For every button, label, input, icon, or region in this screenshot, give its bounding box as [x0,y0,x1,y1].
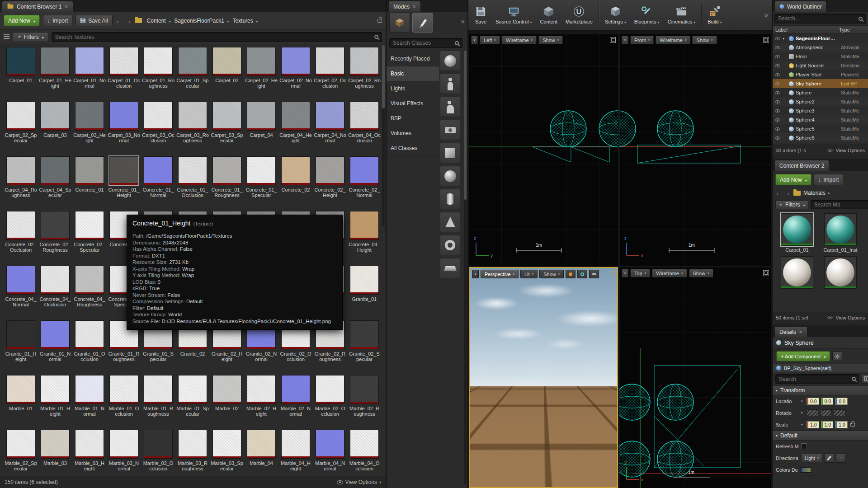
cb2-filters-button[interactable]: Filters [775,200,808,209]
cb2-nav-back-icon[interactable] [775,189,782,197]
toolbar-overflow-icon[interactable] [764,11,768,19]
details-search-input[interactable] [779,376,849,382]
asset-tile[interactable]: Granite_02_Specular [347,319,382,374]
sources-panel-toggle-icon[interactable] [4,34,9,39]
toolbar-button-save[interactable]: Save [472,4,490,25]
modes-category-all-classes[interactable]: All Classes [387,141,439,156]
toolbar-button-content[interactable]: Content [538,4,560,25]
asset-tile[interactable]: Marble_04_Normal [313,429,347,476]
filters-button[interactable]: Filters [13,32,48,42]
search-classes-input[interactable] [393,40,452,46]
modes-category-bsp[interactable]: BSP [387,111,439,126]
visibility-eye-icon[interactable] [775,64,780,67]
asset-tile[interactable]: Marble_03_Normal [107,429,141,476]
asset-tile[interactable]: Carpet_01_Roughness [141,46,175,101]
breadcrumb-expand-icon[interactable] [256,18,259,24]
asset-tile[interactable]: Carpet_02 [210,46,244,101]
asset-tile[interactable]: Marble_04_Occlusion [347,429,382,476]
asset-tile[interactable]: Carpet_01_Specular [175,46,210,101]
tab-world-outliner[interactable]: World Outliner [774,1,826,12]
asset-tile[interactable]: Marble_01_Occlusion [107,374,141,429]
asset-tile[interactable]: Concrete_02_Roughness [38,210,72,265]
asset-tile[interactable]: Concrete_02_Height [313,155,347,210]
visibility-eye-icon[interactable] [775,136,780,139]
asset-tile[interactable]: Carpet_04_Height [278,101,313,155]
visibility-eye-icon[interactable] [775,82,780,85]
search-input[interactable] [55,34,372,40]
add-component-button[interactable]: + Add Component [776,351,830,361]
asset-tile[interactable]: Concrete_04_Height [347,210,382,265]
cb2-asset-tile[interactable] [821,256,860,290]
viewport-mode-button[interactable]: Perspective [481,270,519,278]
maximize-viewport-icon[interactable] [763,270,769,276]
asset-tile[interactable]: Carpet_03_Normal [107,101,141,155]
outliner-row-sphere3[interactable]: Sphere3StaticMe [773,106,868,115]
asset-tile[interactable]: Marble_02_Specular [4,429,38,476]
nav-back-icon[interactable] [116,17,122,24]
asset-tile[interactable]: Marble_04 [244,429,278,476]
asset-tile[interactable]: Carpet_02_Roughness [347,46,382,101]
visibility-eye-icon[interactable] [775,100,780,103]
viewport-perspective[interactable]: Perspective Lit Show Level: SageonisFloo… [469,267,618,488]
asset-tile[interactable]: Carpet_01_Height [38,46,72,101]
asset-tile[interactable]: Marble_03_Roughness [175,429,210,476]
maximize-viewport-icon[interactable] [610,37,616,43]
placeable-item-sphere[interactable] [440,51,460,71]
asset-tile[interactable]: Concrete_02 [278,155,313,210]
close-icon[interactable] [412,4,416,9]
eyedropper-button[interactable] [824,453,834,463]
placeable-item-ball[interactable] [440,166,460,186]
asset-tile[interactable]: Concrete_01_Occlusion [175,155,210,210]
tab-details[interactable]: Details [774,326,807,337]
rotation-z-field[interactable] [834,409,845,416]
asset-tile[interactable]: Carpet_04 [244,101,278,155]
visibility-eye-icon[interactable] [775,118,780,121]
viewport-options-icon[interactable] [471,36,478,44]
import-button[interactable]: ↓Import [43,15,73,26]
asset-tile[interactable]: Carpet_04_Occlusion [347,101,382,155]
visibility-eye-icon[interactable] [775,127,780,130]
asset-tile[interactable]: Marble_01_Specular [175,374,210,429]
asset-tile[interactable]: Carpet_03_Specular [210,101,244,155]
toolbar-button-build[interactable]: Build ▾ [705,4,724,25]
breadcrumb-pack[interactable]: SageonisFloorPack1 [174,18,224,24]
visibility-eye-icon[interactable] [775,73,780,76]
visibility-eye-icon[interactable] [775,91,780,94]
asset-tile[interactable]: Marble_04_Height [278,429,313,476]
asset-tile[interactable]: Granite_01_Height [4,319,38,374]
asset-tile[interactable]: Carpet_04_Normal [313,101,347,155]
asset-tile[interactable]: Granite_01_Normal [38,319,72,374]
visibility-eye-icon[interactable] [775,46,780,49]
outliner-row-sphere6[interactable]: Sphere6StaticMe [773,133,868,142]
view-options-button[interactable]: View Options [337,479,382,485]
asset-tile[interactable]: Concrete_04_Roughness [72,265,107,319]
asset-tile[interactable]: Carpet_01_Normal [72,46,107,101]
viewport-shading-button[interactable]: Lit [520,270,538,278]
cb2-import-button[interactable]: ↓Import [814,174,844,185]
asset-tile[interactable]: Concrete_01 [72,155,107,210]
toolbar-button-cinematics[interactable]: Cinematics ▾ [665,4,698,25]
place-mode-button[interactable] [389,13,410,33]
viewport-shading-button[interactable]: Wireframe [656,36,690,44]
camera-speed-icon[interactable] [589,270,599,278]
rotation-y-field[interactable] [820,409,832,416]
grid-scrollbar[interactable] [382,45,385,226]
asset-tile[interactable]: Concrete_02_Normal [347,155,382,210]
save-all-button[interactable]: Save All [75,15,112,26]
asset-tile[interactable]: Carpet_02_Height [244,46,278,101]
viewport-front[interactable]: Front Wireframe Show x z [619,34,771,266]
placeable-item-cylinder[interactable] [440,189,460,209]
cb2-breadcrumb[interactable]: Materials [803,190,826,196]
location-z-field[interactable]: 0.0 [835,398,848,405]
outliner-row-sageonisfloorworld[interactable]: ▾SageonisFloorWorld [773,34,868,43]
modes-category-visual-effects[interactable]: Visual Effects [387,96,439,111]
viewport-show-button[interactable]: Show [689,269,713,277]
maximize-viewport-icon[interactable] [609,271,615,277]
viewport-left[interactable]: Left Wireframe Show y z [469,34,618,266]
viewport-options-icon[interactable] [622,269,628,277]
outliner-row-sphere4[interactable]: Sphere4StaticMe [773,115,868,124]
location-y-field[interactable]: 0.0 [821,398,834,405]
column-label[interactable]: Label [775,27,788,33]
cb2-asset-tile[interactable]: Carpet_01_Inst [821,213,860,253]
placeable-item-cube[interactable] [440,143,460,163]
